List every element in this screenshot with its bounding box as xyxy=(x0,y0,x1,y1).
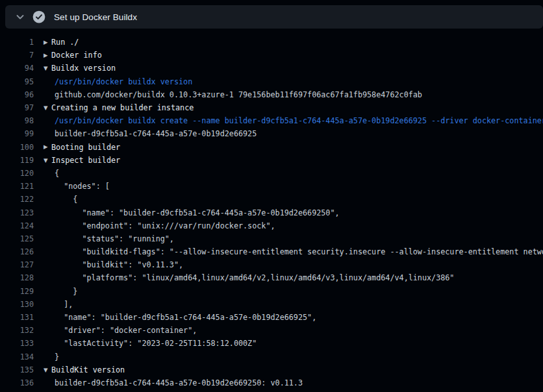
log-group-title: BuildKit version xyxy=(51,365,125,374)
line-number-link[interactable]: 99 xyxy=(0,129,34,138)
log-group-title: Run ./ xyxy=(51,38,79,47)
log-line: 119▼Inspect builder xyxy=(0,154,543,167)
line-number-link[interactable]: 119 xyxy=(0,156,34,165)
line-number-link[interactable]: 131 xyxy=(0,313,34,322)
triangle-down-icon: ▼ xyxy=(44,367,51,373)
line-number-link[interactable]: 132 xyxy=(0,326,34,335)
log-line: 133 "lastActivity": "2023-02-25T11:58:12… xyxy=(0,337,543,350)
log-output-text: github.com/docker/buildx 0.10.3+azure-1 … xyxy=(55,90,422,99)
log-line: 120{ xyxy=(0,167,543,180)
log-output-text: "driver": "docker-container", xyxy=(55,326,197,335)
log-group-title: Buildx version xyxy=(51,64,116,73)
log-line: 128 "platforms": "linux/amd64,linux/amd6… xyxy=(0,271,543,284)
log-output-text: { xyxy=(55,169,59,178)
log-command-text: /usr/bin/docker buildx version xyxy=(55,77,192,86)
log-output-text: "status": "running", xyxy=(55,234,174,243)
log-output-text: } xyxy=(55,287,77,296)
line-number-link[interactable]: 136 xyxy=(0,378,34,387)
triangle-down-icon: ▼ xyxy=(44,158,51,164)
log-line: 100▶Booting builder xyxy=(0,141,543,154)
log-output-text: "buildkitd-flags": "--allow-insecure-ent… xyxy=(55,247,543,256)
log-line: 7▶Docker info xyxy=(0,49,543,62)
log-line: 127 "buildkit": "v0.11.3", xyxy=(0,258,543,271)
log-line: 134} xyxy=(0,350,543,363)
line-number-link[interactable]: 125 xyxy=(0,234,34,243)
line-number-link[interactable]: 133 xyxy=(0,339,34,348)
log-line: 126 "buildkitd-flags": "--allow-insecure… xyxy=(0,245,543,258)
log-line: 131 "name": "builder-d9cfb5a1-c764-445a-… xyxy=(0,311,543,324)
line-number-link[interactable]: 7 xyxy=(0,51,34,60)
log-group-header[interactable]: ▼BuildKit version xyxy=(44,365,125,374)
triangle-right-icon: ▶ xyxy=(44,144,51,150)
log-output-text: "lastActivity": "2023-02-25T11:58:12.000… xyxy=(55,339,257,348)
log-group-title: Inspect builder xyxy=(51,156,120,165)
log-output-text: "buildkit": "v0.11.3", xyxy=(55,260,183,269)
log-line: 130 ], xyxy=(0,298,543,311)
log-group-header[interactable]: ▼Creating a new builder instance xyxy=(44,103,194,112)
log-output-text: builder-d9cfb5a1-c764-445a-a57e-0b19d2e6… xyxy=(55,378,303,387)
triangle-down-icon: ▼ xyxy=(44,105,51,111)
line-number-link[interactable]: 135 xyxy=(0,365,34,374)
line-number-link[interactable]: 126 xyxy=(0,247,34,256)
log-group-header[interactable]: ▶Booting builder xyxy=(44,143,120,152)
log-line: 132 "driver": "docker-container", xyxy=(0,324,543,337)
triangle-right-icon: ▶ xyxy=(44,53,51,58)
line-number-link[interactable]: 121 xyxy=(0,182,34,191)
log-group-title: Creating a new builder instance xyxy=(51,103,194,112)
log-line: 129 } xyxy=(0,285,543,298)
log-output-text: "platforms": "linux/amd64,linux/amd64/v2… xyxy=(55,273,454,282)
log-group-header[interactable]: ▶Run ./ xyxy=(44,38,79,47)
log-line: 94▼Buildx version xyxy=(0,62,543,75)
log-line: 136builder-d9cfb5a1-c764-445a-a57e-0b19d… xyxy=(0,376,543,389)
log-output-text: "name": "builder-d9cfb5a1-c764-445a-a57e… xyxy=(55,313,316,322)
line-number-link[interactable]: 124 xyxy=(0,221,34,230)
log-output-text: { xyxy=(55,195,77,204)
log-line: 122 { xyxy=(0,193,543,206)
line-number-link[interactable]: 94 xyxy=(0,64,34,73)
log-group-header[interactable]: ▼Inspect builder xyxy=(44,156,120,165)
log-line: 99builder-d9cfb5a1-c764-445a-a57e-0b19d2… xyxy=(0,127,543,140)
line-number-link[interactable]: 100 xyxy=(0,143,34,152)
line-number-link[interactable]: 122 xyxy=(0,195,34,204)
chevron-down-icon[interactable] xyxy=(15,12,25,22)
log-line: 98/usr/bin/docker buildx create --name b… xyxy=(0,114,543,127)
log-line: 123 "name": "builder-d9cfb5a1-c764-445a-… xyxy=(0,206,543,219)
log-group-header[interactable]: ▶Docker info xyxy=(44,51,102,60)
log-group-title: Docker info xyxy=(51,51,102,60)
log-line: 121 "nodes": [ xyxy=(0,180,543,193)
log-command-text: /usr/bin/docker buildx create --name bui… xyxy=(55,116,543,125)
log-line: 96github.com/docker/buildx 0.10.3+azure-… xyxy=(0,88,543,101)
log-group-title: Booting builder xyxy=(51,143,120,152)
line-number-link[interactable]: 1 xyxy=(0,38,34,47)
check-circle-icon xyxy=(32,10,45,23)
line-number-link[interactable]: 96 xyxy=(0,90,34,99)
line-number-link[interactable]: 128 xyxy=(0,273,34,282)
line-number-link[interactable]: 127 xyxy=(0,260,34,269)
log-output-text: "name": "builder-d9cfb5a1-c764-445a-a57e… xyxy=(55,208,340,217)
line-number-link[interactable]: 129 xyxy=(0,287,34,296)
log-output-text: } xyxy=(55,352,59,361)
log-group-header[interactable]: ▼Buildx version xyxy=(44,64,116,73)
line-number-link[interactable]: 98 xyxy=(0,116,34,125)
log-line: 97▼Creating a new builder instance xyxy=(0,101,543,114)
log-line: 135▼BuildKit version xyxy=(0,363,543,376)
line-number-link[interactable]: 95 xyxy=(0,77,34,86)
log-line: 1▶Run ./ xyxy=(0,36,543,49)
log-output-text: "endpoint": "unix:///var/run/docker.sock… xyxy=(55,221,275,230)
triangle-down-icon: ▼ xyxy=(44,66,51,71)
log-output-text: ], xyxy=(55,300,73,309)
log-viewer: 1▶Run ./7▶Docker info94▼Buildx version95… xyxy=(0,36,543,389)
step-header[interactable]: Set up Docker Buildx xyxy=(5,5,543,29)
log-output-text: builder-d9cfb5a1-c764-445a-a57e-0b19d2e6… xyxy=(55,129,257,138)
line-number-link[interactable]: 134 xyxy=(0,352,34,361)
log-output-text: "nodes": [ xyxy=(55,182,110,191)
step-title: Set up Docker Buildx xyxy=(54,12,137,22)
log-line: 124 "endpoint": "unix:///var/run/docker.… xyxy=(0,219,543,232)
log-line: 125 "status": "running", xyxy=(0,232,543,245)
line-number-link[interactable]: 120 xyxy=(0,169,34,178)
line-number-link[interactable]: 123 xyxy=(0,208,34,217)
line-number-link[interactable]: 97 xyxy=(0,103,34,112)
line-number-link[interactable]: 130 xyxy=(0,300,34,309)
log-line: 95/usr/bin/docker buildx version xyxy=(0,75,543,88)
triangle-right-icon: ▶ xyxy=(44,40,51,45)
